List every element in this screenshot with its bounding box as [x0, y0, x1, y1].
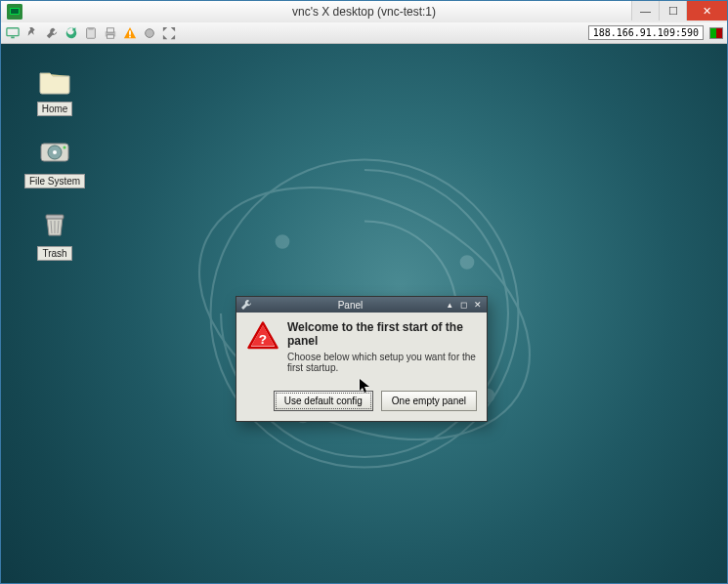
trash-icon	[38, 210, 71, 239]
warning-icon[interactable]	[122, 25, 138, 41]
titlebar[interactable]: vnc's X desktop (vnc-test:1) — ☐ ✕	[1, 1, 727, 22]
dialog-shade-button[interactable]: ▴	[445, 300, 455, 311]
svg-rect-4	[11, 36, 15, 38]
clipboard-icon[interactable]	[83, 25, 99, 41]
dialog-heading: Welcome to the first start of the panel	[287, 320, 477, 348]
window-title: vnc's X desktop (vnc-test:1)	[1, 5, 727, 19]
record-icon[interactable]	[142, 25, 157, 41]
wrench-icon	[240, 299, 252, 311]
minimize-button[interactable]: —	[631, 1, 659, 21]
svg-rect-11	[129, 35, 131, 37]
connection-address[interactable]: 188.166.91.109:590	[588, 25, 704, 40]
svg-point-21	[53, 150, 57, 154]
panel-first-start-dialog: Panel ▴ ◻ ✕ ? Welcome to the first start…	[236, 296, 488, 422]
svg-rect-3	[7, 27, 19, 35]
svg-point-16	[460, 256, 473, 269]
printer-icon[interactable]	[103, 25, 118, 41]
desktop-icon-filesystem[interactable]: File System	[21, 138, 89, 188]
pin-icon[interactable]	[24, 25, 40, 41]
connection-status-icon	[709, 27, 723, 39]
remote-desktop[interactable]: Home File System Trash Panel ▴ ◻ ✕	[1, 44, 727, 583]
svg-rect-8	[107, 27, 114, 31]
svg-text:?: ?	[259, 332, 267, 347]
desktop-icon-home[interactable]: Home	[21, 65, 89, 116]
dialog-maximize-button[interactable]: ◻	[458, 300, 469, 311]
desktop-icon-label: Trash	[37, 246, 71, 261]
drive-icon	[38, 138, 71, 167]
vnc-viewer-window: vnc's X desktop (vnc-test:1) — ☐ ✕ 188.1…	[0, 0, 728, 584]
svg-point-15	[276, 235, 288, 248]
svg-point-22	[64, 146, 66, 149]
monitor-icon[interactable]	[5, 25, 21, 41]
svg-point-12	[146, 28, 154, 37]
use-default-config-button[interactable]: Use default config	[274, 391, 373, 411]
fullscreen-icon[interactable]	[161, 25, 177, 41]
folder-icon	[38, 65, 71, 95]
maximize-button[interactable]: ☐	[659, 1, 686, 21]
desktop-icon-label: Home	[37, 102, 73, 116]
svg-rect-9	[107, 34, 114, 38]
svg-rect-23	[46, 215, 64, 219]
dialog-close-button[interactable]: ✕	[472, 300, 483, 311]
refresh-icon[interactable]	[64, 25, 79, 41]
one-empty-panel-button[interactable]: One empty panel	[381, 391, 477, 411]
dialog-title: Panel	[256, 300, 445, 311]
desktop-icon-label: File System	[24, 174, 85, 188]
question-warning-icon: ?	[246, 320, 279, 354]
desktop-icon-trash[interactable]: Trash	[21, 210, 89, 261]
dialog-subtext: Choose below which setup you want for th…	[287, 352, 477, 373]
close-button[interactable]: ✕	[686, 1, 727, 21]
svg-rect-2	[11, 9, 19, 14]
wrench-icon[interactable]	[44, 25, 60, 41]
app-icon	[7, 4, 22, 20]
vnc-toolbar: 188.166.91.109:590	[1, 22, 727, 44]
dialog-titlebar[interactable]: Panel ▴ ◻ ✕	[236, 297, 487, 313]
svg-rect-10	[129, 30, 131, 34]
svg-rect-6	[88, 26, 93, 29]
